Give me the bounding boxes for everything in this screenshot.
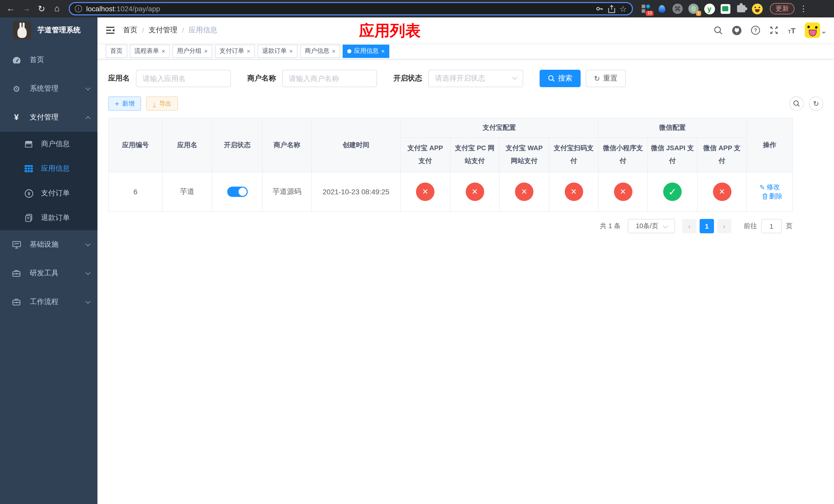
sidebar-item-workflow[interactable]: 工作流程 — [0, 288, 97, 316]
breadcrumb-home[interactable]: 首页 — [123, 26, 137, 35]
shop-icon — [23, 140, 35, 148]
active-dot — [347, 49, 351, 53]
search-button[interactable]: 搜索 — [540, 70, 580, 87]
close-icon[interactable]: × — [381, 47, 385, 54]
toggle-search-button[interactable] — [789, 96, 804, 111]
extension-chat-icon[interactable] — [720, 3, 731, 14]
col-wechat-mini: 微信小程序支付 — [598, 138, 648, 172]
password-key-icon[interactable] — [595, 5, 603, 13]
tab-app-info[interactable]: 应用信息× — [343, 44, 389, 58]
refresh-button[interactable]: ↻ — [809, 96, 823, 111]
briefcase-icon — [10, 270, 23, 277]
briefcase-icon — [10, 298, 23, 305]
page-1-button[interactable]: 1 — [700, 219, 714, 233]
sidebar-item-merchant-info[interactable]: 商户信息 — [0, 132, 97, 156]
close-icon[interactable]: × — [289, 47, 293, 54]
address-bar[interactable]: i localhost:1024/pay/app ☆ — [69, 2, 633, 15]
merchant-name-input[interactable] — [282, 70, 377, 87]
sidebar-item-app-info[interactable]: 应用信息 — [0, 156, 97, 181]
breadcrumb-pay[interactable]: 支付管理 — [149, 26, 177, 35]
sidebar-item-devtools[interactable]: 研发工具 — [0, 259, 97, 288]
fullscreen-icon[interactable] — [770, 26, 779, 35]
breadcrumb-current: 应用信息 — [189, 26, 218, 35]
close-icon[interactable]: × — [204, 47, 208, 54]
logo[interactable]: 芋道管理系统 — [0, 18, 97, 43]
tab-merchant-info[interactable]: 商户信息× — [300, 44, 340, 58]
export-button[interactable]: ↓ 导出 — [146, 96, 178, 111]
sidebar-item-system[interactable]: ⚙ 系统管理 — [0, 74, 97, 103]
extension-icons: 10 ⌘ 1 y — [640, 3, 763, 14]
sidebar-item-infra[interactable]: 基础设施 — [0, 230, 97, 259]
download-icon: ↓ — [153, 100, 156, 107]
sidebar-item-pay-order[interactable]: ¥ 支付订单 — [0, 181, 97, 206]
sidebar-item-pay[interactable]: ¥ 支付管理 — [0, 103, 97, 132]
tab-user-group[interactable]: 用户分组× — [172, 44, 212, 58]
share-icon[interactable] — [608, 4, 615, 13]
document-icon — [23, 214, 35, 222]
chrome-menu-icon[interactable]: ⋮ — [799, 4, 807, 13]
svg-text:?: ? — [754, 27, 757, 33]
extensions-puzzle-icon[interactable] — [736, 3, 747, 14]
extension-grid-icon[interactable]: 10 — [640, 3, 652, 14]
tab-refund-order[interactable]: 退款订单× — [258, 44, 298, 58]
extension-y-icon[interactable]: y — [704, 3, 715, 14]
home-icon[interactable]: ⌂ — [50, 2, 64, 15]
site-info-icon[interactable]: i — [75, 5, 82, 12]
page-size-select[interactable]: 10条/页 — [628, 219, 675, 233]
filter-form: 应用名 商户名称 开启状态 请选择开启状态 — [108, 70, 823, 87]
github-icon[interactable] — [732, 25, 742, 35]
close-icon[interactable]: × — [332, 47, 335, 54]
back-icon[interactable]: ← — [4, 2, 18, 15]
tab-pay-order[interactable]: 支付订单× — [215, 44, 255, 58]
cell-created: 2021-10-23 08:49:25 — [312, 172, 400, 211]
col-alipay-pc: 支付宝 PC 网站支付 — [450, 138, 499, 172]
reset-button[interactable]: ↻ 重置 — [586, 70, 626, 87]
edit-link[interactable]: ✎修改 — [760, 183, 780, 192]
delete-link[interactable]: 删除 — [762, 192, 783, 201]
close-icon[interactable]: × — [161, 47, 165, 54]
extension-kite-icon[interactable] — [656, 3, 667, 14]
pagination-total: 共 1 条 — [600, 222, 621, 231]
prev-page-button[interactable]: ‹ — [682, 219, 697, 233]
sidebar-collapse-icon[interactable] — [106, 26, 115, 35]
chevron-down-icon — [85, 270, 90, 275]
col-app-name: 应用名 — [162, 118, 212, 172]
chevron-down-icon — [512, 75, 517, 80]
status-toggle[interactable] — [227, 187, 247, 197]
help-icon[interactable]: ? — [751, 26, 761, 35]
refresh-icon: ↻ — [594, 75, 600, 82]
sidebar-item-refund-order[interactable]: 退款订单 — [0, 206, 97, 230]
tags-view: 首页 流程表单× 用户分组× 支付订单× 退款订单× 商户信息× 应用信息× — [97, 43, 834, 60]
next-page-button[interactable]: › — [717, 219, 731, 233]
profile-avatar-icon[interactable] — [751, 3, 763, 14]
reload-icon[interactable]: ↻ — [35, 2, 48, 15]
chrome-update-button[interactable]: 更新 — [770, 3, 794, 14]
app-table: 应用编号 应用名 开启状态 商户名称 创建时间 支付宝配置 微信配置 操作 支付… — [108, 118, 793, 212]
dashboard-icon — [10, 56, 23, 64]
breadcrumb: 首页 / 支付管理 / 应用信息 — [123, 26, 218, 35]
pagination: 共 1 条 10条/页 ‹ 1 › 前往 页 — [108, 219, 792, 233]
goto-unit-label: 页 — [786, 222, 792, 231]
tab-home[interactable]: 首页 — [106, 44, 127, 58]
extension-camera-icon[interactable]: 1 — [688, 3, 699, 14]
col-alipay-wap: 支付宝 WAP 网站支付 — [499, 138, 549, 172]
extension-command-icon[interactable]: ⌘ — [672, 3, 683, 14]
alipay-wap-status-icon: × — [515, 183, 533, 201]
sidebar-item-home[interactable]: 首页 — [0, 46, 97, 74]
font-size-icon[interactable]: TT — [788, 26, 795, 35]
goto-page-input[interactable] — [761, 219, 782, 233]
top-navbar: 首页 / 支付管理 / 应用信息 应用列表 ? — [97, 18, 834, 43]
page-title: 应用列表 — [359, 21, 421, 42]
status-select[interactable]: 请选择开启状态 — [428, 70, 523, 87]
close-icon[interactable]: × — [247, 47, 250, 54]
add-button[interactable]: + 新增 — [108, 96, 141, 111]
col-status: 开启状态 — [212, 118, 262, 172]
chevron-up-icon — [85, 116, 90, 121]
tab-process-form[interactable]: 流程表单× — [130, 44, 170, 58]
search-icon[interactable] — [714, 26, 723, 35]
user-avatar[interactable] — [805, 23, 826, 38]
extension-badge: 10 — [646, 11, 654, 16]
bookmark-star-icon[interactable]: ☆ — [619, 4, 627, 14]
app-name-input[interactable] — [136, 70, 231, 87]
forward-icon[interactable]: → — [20, 2, 33, 15]
